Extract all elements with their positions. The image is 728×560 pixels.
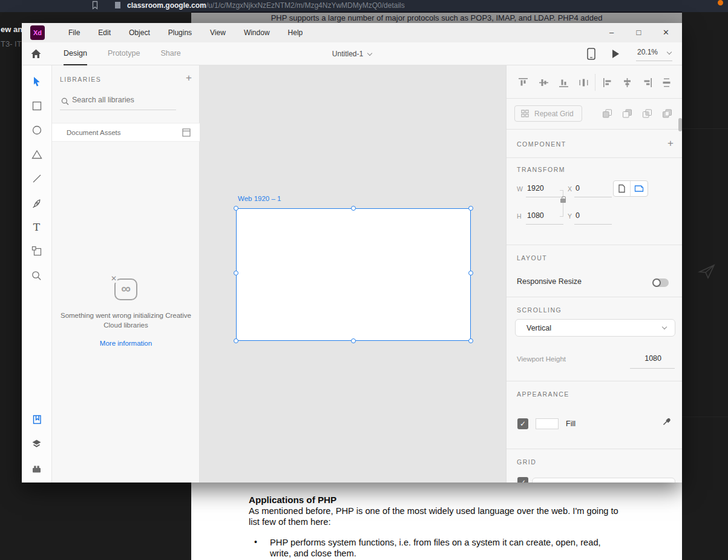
libraries-panel-icon[interactable] [22,407,51,432]
align-bottom-icon[interactable] [559,77,569,88]
document-assets-label: Document Assets [67,129,120,136]
height-label: H [517,212,522,220]
transform-header: TRANSFORM [517,166,565,173]
document-assets-row[interactable]: Document Assets [52,123,200,142]
grid-checkbox[interactable]: ✓ [517,477,528,483]
divider [507,449,682,449]
divider [507,98,682,99]
add-library-button[interactable]: + [186,72,192,84]
viewport-height-field[interactable]: 1080 [644,354,661,363]
resize-handle-bottom-left[interactable] [234,338,238,343]
y-field[interactable]: 0 [576,211,580,220]
resize-handle-top-left[interactable] [234,206,238,211]
canvas[interactable]: Web 1920 – 1 [200,65,506,483]
url-text[interactable]: classroom.google.com/u/1/c/MzgxNjkxNzEzN… [127,1,405,10]
maximize-button[interactable]: □ [625,23,652,42]
align-middle-icon[interactable] [539,77,549,88]
resize-handle-bottom-right[interactable] [468,338,473,343]
landscape-orientation-button[interactable] [631,181,648,196]
resize-handle-top-right[interactable] [468,206,473,211]
page-security-icon[interactable] [115,2,120,8]
browser-extension-icon[interactable] [718,0,723,5]
artboard[interactable] [236,208,471,341]
boolean-subtract-icon[interactable] [622,108,632,119]
boolean-exclude-icon[interactable] [662,108,672,119]
polygon-tool[interactable] [22,142,51,166]
play-preview-icon[interactable] [612,50,619,58]
panel-scrollbar[interactable] [678,118,682,131]
repeat-grid-button[interactable]: Repeat Grid [514,105,582,122]
select-tool[interactable] [22,70,51,94]
chevron-down-icon [367,51,372,56]
inspector-panel: Repeat Grid COMPONENT + TRANSFORM W 1920… [506,65,682,483]
distribute-horizontal-icon[interactable] [579,77,589,88]
align-center-icon[interactable] [622,77,632,88]
y-label: Y [568,212,572,220]
menu-edit[interactable]: Edit [89,28,120,37]
fill-label: Fill [566,420,576,428]
align-top-icon[interactable] [518,77,528,88]
menu-view[interactable]: View [201,28,235,37]
menu-window[interactable]: Window [235,28,279,37]
window-controls: – □ ✕ [598,23,680,42]
close-button[interactable]: ✕ [652,23,680,42]
rectangle-tool[interactable] [22,94,51,118]
resize-handle-top-center[interactable] [351,206,356,211]
menu-file[interactable]: File [59,28,89,37]
boolean-add-icon[interactable] [602,108,612,119]
distribute-vertical-icon[interactable] [661,77,672,88]
creative-cloud-icon: ∞ ✕ [114,278,137,300]
tool-strip: T [22,65,52,483]
grid-type-dropdown[interactable] [532,478,675,483]
plugins-panel-icon[interactable] [22,456,51,480]
line-tool[interactable] [22,166,51,191]
menu-help[interactable]: Help [279,28,312,37]
repeat-grid-label: Repeat Grid [534,110,574,118]
device-preview-icon[interactable] [587,48,595,60]
send-icon[interactable] [696,260,718,282]
lock-aspect-icon[interactable] [560,199,566,203]
divider [60,110,176,110]
resize-handle-mid-left[interactable] [234,271,238,275]
responsive-resize-toggle[interactable] [653,278,669,287]
zoom-tool[interactable] [22,263,51,288]
artboard-tool[interactable] [22,239,51,263]
minimize-button[interactable]: – [598,23,625,42]
portrait-orientation-button[interactable] [614,181,631,196]
browser-address-bar[interactable]: classroom.google.com/u/1/c/MzgxNjkxNzEzN… [0,0,728,12]
menu-object[interactable]: Object [120,28,159,37]
align-right-icon[interactable] [642,77,652,88]
layers-panel-icon[interactable] [22,432,51,456]
eyedropper-icon[interactable] [662,417,672,426]
resize-handle-mid-right[interactable] [468,271,473,275]
align-left-icon[interactable] [603,77,613,88]
more-information-link[interactable]: More information [52,340,200,347]
zoom-level-value: 20.1% [637,48,658,56]
ellipse-tool[interactable] [22,118,51,142]
url-path: /u/1/c/MzgxNjkxNzEzNTM2/m/Mzg4NzYwMDMyMz… [206,1,405,10]
pen-tool[interactable] [22,191,51,215]
x-field[interactable]: 0 [576,184,580,193]
document-title[interactable]: Untitled-1 [22,42,682,65]
fill-checkbox[interactable]: ✓ [517,418,528,429]
search-icon [61,97,69,105]
search-input[interactable] [72,96,175,104]
fill-color-swatch[interactable] [536,418,559,429]
height-field[interactable]: 1080 [527,211,544,220]
width-field[interactable]: 1920 [527,184,544,193]
menu-plugins[interactable]: Plugins [159,28,201,37]
repeat-grid-icon [521,110,529,117]
artboard-label[interactable]: Web 1920 – 1 [238,195,281,202]
xd-window: Xd File Edit Object Plugins View Window … [22,23,682,483]
scrolling-mode-dropdown[interactable]: Vertical [515,319,675,337]
divider [507,297,682,297]
divider [630,368,675,369]
open-panel-icon[interactable] [182,128,191,137]
zoom-level-control[interactable]: 20.1% [636,46,672,61]
scrolling-mode-value: Vertical [526,324,551,332]
resize-handle-bottom-center[interactable] [351,338,356,343]
boolean-intersect-icon[interactable] [642,108,652,119]
text-tool[interactable]: T [22,215,51,239]
add-component-button[interactable]: + [667,137,674,150]
bookmark-icon[interactable] [91,1,99,10]
